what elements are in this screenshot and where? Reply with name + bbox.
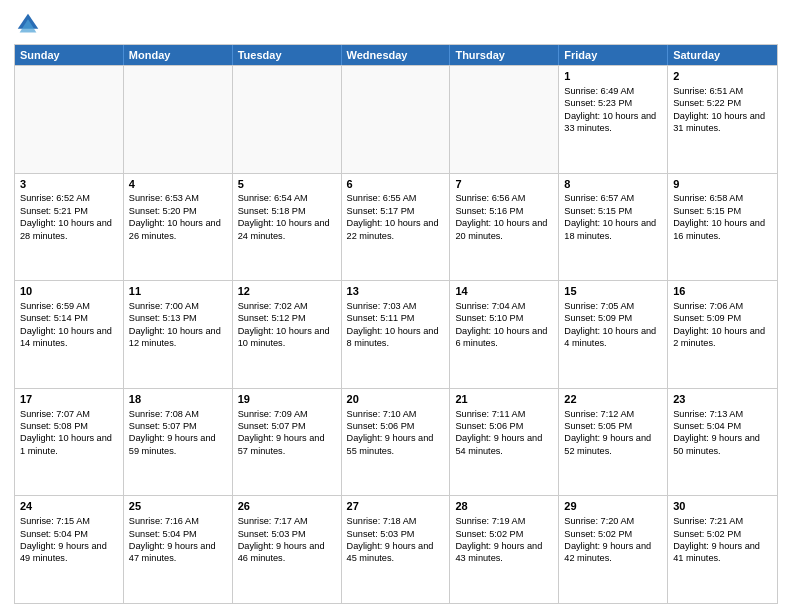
weekday-header-wednesday: Wednesday: [342, 45, 451, 65]
day-number: 19: [238, 392, 336, 407]
weekday-header-tuesday: Tuesday: [233, 45, 342, 65]
calendar-cell-r2c6: 16Sunrise: 7:06 AMSunset: 5:09 PMDayligh…: [668, 281, 777, 388]
cell-info: Daylight: 10 hours and 14 minutes.: [20, 325, 118, 350]
calendar-cell-r1c6: 9Sunrise: 6:58 AMSunset: 5:15 PMDaylight…: [668, 174, 777, 281]
cell-info: Sunset: 5:04 PM: [20, 528, 118, 540]
cell-info: Daylight: 10 hours and 1 minute.: [20, 432, 118, 457]
cell-info: Sunrise: 6:54 AM: [238, 192, 336, 204]
day-number: 11: [129, 284, 227, 299]
day-number: 26: [238, 499, 336, 514]
day-number: 23: [673, 392, 772, 407]
cell-info: Sunset: 5:16 PM: [455, 205, 553, 217]
cell-info: Daylight: 10 hours and 6 minutes.: [455, 325, 553, 350]
logo-icon: [14, 10, 42, 38]
calendar-cell-r0c5: 1Sunrise: 6:49 AMSunset: 5:23 PMDaylight…: [559, 66, 668, 173]
day-number: 24: [20, 499, 118, 514]
calendar-cell-r0c6: 2Sunrise: 6:51 AMSunset: 5:22 PMDaylight…: [668, 66, 777, 173]
cell-info: Sunrise: 7:05 AM: [564, 300, 662, 312]
calendar-cell-r1c2: 5Sunrise: 6:54 AMSunset: 5:18 PMDaylight…: [233, 174, 342, 281]
cell-info: Sunrise: 7:02 AM: [238, 300, 336, 312]
cell-info: Sunset: 5:21 PM: [20, 205, 118, 217]
calendar-cell-r1c1: 4Sunrise: 6:53 AMSunset: 5:20 PMDaylight…: [124, 174, 233, 281]
cell-info: Daylight: 9 hours and 42 minutes.: [564, 540, 662, 565]
cell-info: Sunrise: 7:00 AM: [129, 300, 227, 312]
weekday-header-sunday: Sunday: [15, 45, 124, 65]
cell-info: Sunrise: 7:17 AM: [238, 515, 336, 527]
calendar-cell-r3c2: 19Sunrise: 7:09 AMSunset: 5:07 PMDayligh…: [233, 389, 342, 496]
cell-info: Daylight: 10 hours and 10 minutes.: [238, 325, 336, 350]
day-number: 28: [455, 499, 553, 514]
cell-info: Sunset: 5:02 PM: [455, 528, 553, 540]
day-number: 12: [238, 284, 336, 299]
calendar-cell-r0c0: [15, 66, 124, 173]
day-number: 1: [564, 69, 662, 84]
cell-info: Sunset: 5:06 PM: [347, 420, 445, 432]
calendar-cell-r2c5: 15Sunrise: 7:05 AMSunset: 5:09 PMDayligh…: [559, 281, 668, 388]
calendar-cell-r0c1: [124, 66, 233, 173]
cell-info: Daylight: 10 hours and 28 minutes.: [20, 217, 118, 242]
day-number: 22: [564, 392, 662, 407]
cell-info: Sunset: 5:07 PM: [129, 420, 227, 432]
calendar-cell-r2c0: 10Sunrise: 6:59 AMSunset: 5:14 PMDayligh…: [15, 281, 124, 388]
day-number: 8: [564, 177, 662, 192]
calendar-cell-r3c6: 23Sunrise: 7:13 AMSunset: 5:04 PMDayligh…: [668, 389, 777, 496]
calendar-cell-r3c4: 21Sunrise: 7:11 AMSunset: 5:06 PMDayligh…: [450, 389, 559, 496]
cell-info: Sunrise: 6:49 AM: [564, 85, 662, 97]
day-number: 17: [20, 392, 118, 407]
cell-info: Daylight: 9 hours and 55 minutes.: [347, 432, 445, 457]
day-number: 10: [20, 284, 118, 299]
cell-info: Sunrise: 7:12 AM: [564, 408, 662, 420]
day-number: 27: [347, 499, 445, 514]
calendar-body: 1Sunrise: 6:49 AMSunset: 5:23 PMDaylight…: [15, 65, 777, 603]
calendar-cell-r1c0: 3Sunrise: 6:52 AMSunset: 5:21 PMDaylight…: [15, 174, 124, 281]
day-number: 16: [673, 284, 772, 299]
cell-info: Daylight: 9 hours and 49 minutes.: [20, 540, 118, 565]
cell-info: Sunrise: 7:19 AM: [455, 515, 553, 527]
cell-info: Sunrise: 6:56 AM: [455, 192, 553, 204]
day-number: 3: [20, 177, 118, 192]
cell-info: Sunrise: 7:13 AM: [673, 408, 772, 420]
cell-info: Daylight: 9 hours and 47 minutes.: [129, 540, 227, 565]
cell-info: Sunset: 5:09 PM: [564, 312, 662, 324]
cell-info: Sunrise: 7:21 AM: [673, 515, 772, 527]
calendar-header: SundayMondayTuesdayWednesdayThursdayFrid…: [15, 45, 777, 65]
cell-info: Daylight: 9 hours and 41 minutes.: [673, 540, 772, 565]
cell-info: Sunset: 5:17 PM: [347, 205, 445, 217]
cell-info: Sunrise: 7:09 AM: [238, 408, 336, 420]
day-number: 20: [347, 392, 445, 407]
calendar-cell-r1c5: 8Sunrise: 6:57 AMSunset: 5:15 PMDaylight…: [559, 174, 668, 281]
calendar-cell-r0c4: [450, 66, 559, 173]
calendar-cell-r2c1: 11Sunrise: 7:00 AMSunset: 5:13 PMDayligh…: [124, 281, 233, 388]
calendar-cell-r4c6: 30Sunrise: 7:21 AMSunset: 5:02 PMDayligh…: [668, 496, 777, 603]
calendar-cell-r1c4: 7Sunrise: 6:56 AMSunset: 5:16 PMDaylight…: [450, 174, 559, 281]
calendar-cell-r0c3: [342, 66, 451, 173]
cell-info: Sunset: 5:02 PM: [564, 528, 662, 540]
calendar-cell-r4c1: 25Sunrise: 7:16 AMSunset: 5:04 PMDayligh…: [124, 496, 233, 603]
cell-info: Sunset: 5:03 PM: [347, 528, 445, 540]
calendar-row-3: 17Sunrise: 7:07 AMSunset: 5:08 PMDayligh…: [15, 388, 777, 496]
cell-info: Daylight: 9 hours and 46 minutes.: [238, 540, 336, 565]
calendar-cell-r3c5: 22Sunrise: 7:12 AMSunset: 5:05 PMDayligh…: [559, 389, 668, 496]
calendar-cell-r4c5: 29Sunrise: 7:20 AMSunset: 5:02 PMDayligh…: [559, 496, 668, 603]
cell-info: Daylight: 10 hours and 24 minutes.: [238, 217, 336, 242]
cell-info: Sunset: 5:10 PM: [455, 312, 553, 324]
weekday-header-thursday: Thursday: [450, 45, 559, 65]
cell-info: Sunset: 5:13 PM: [129, 312, 227, 324]
cell-info: Daylight: 10 hours and 16 minutes.: [673, 217, 772, 242]
calendar-cell-r3c3: 20Sunrise: 7:10 AMSunset: 5:06 PMDayligh…: [342, 389, 451, 496]
cell-info: Sunrise: 7:07 AM: [20, 408, 118, 420]
cell-info: Sunrise: 7:03 AM: [347, 300, 445, 312]
page: SundayMondayTuesdayWednesdayThursdayFrid…: [0, 0, 792, 612]
cell-info: Sunset: 5:02 PM: [673, 528, 772, 540]
cell-info: Sunrise: 6:59 AM: [20, 300, 118, 312]
calendar-row-2: 10Sunrise: 6:59 AMSunset: 5:14 PMDayligh…: [15, 280, 777, 388]
cell-info: Sunset: 5:05 PM: [564, 420, 662, 432]
cell-info: Sunrise: 7:20 AM: [564, 515, 662, 527]
cell-info: Daylight: 9 hours and 52 minutes.: [564, 432, 662, 457]
day-number: 30: [673, 499, 772, 514]
cell-info: Sunset: 5:23 PM: [564, 97, 662, 109]
cell-info: Sunrise: 6:58 AM: [673, 192, 772, 204]
cell-info: Sunrise: 6:51 AM: [673, 85, 772, 97]
cell-info: Daylight: 10 hours and 2 minutes.: [673, 325, 772, 350]
day-number: 29: [564, 499, 662, 514]
